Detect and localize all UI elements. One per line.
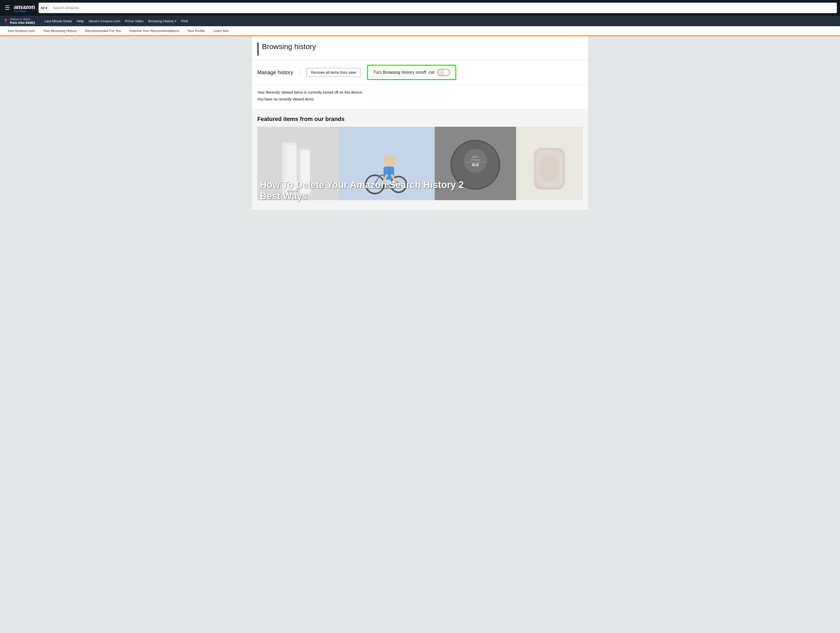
- tab-your-browsing-history[interactable]: Your Browsing History: [39, 26, 81, 35]
- deliver-to-location: Palo Alto 94301: [10, 21, 35, 25]
- status-message-1: Your Recently Viewed Items is currently …: [257, 90, 583, 94]
- svg-point-24: [539, 156, 560, 182]
- search-input[interactable]: [50, 3, 837, 13]
- try-prime-link: Try Prime: [14, 10, 26, 13]
- deliver-to-label: Deliver to Steve: [10, 17, 35, 21]
- hamburger-icon: ☰: [5, 5, 10, 11]
- page-header: Browsing history: [252, 36, 588, 60]
- status-message-2: You have no recently viewed items.: [257, 97, 583, 101]
- product-shape-4: [516, 127, 583, 200]
- tab-improve-recommendations[interactable]: Improve Your Recommendations: [125, 26, 183, 35]
- svg-text:8LB: 8LB: [472, 163, 479, 167]
- hamburger-menu-button[interactable]: ☰: [3, 4, 11, 12]
- toggle-off-label: Off: [429, 70, 434, 75]
- nav-link-steves-amazon[interactable]: Steve's Amazon.com: [88, 19, 120, 23]
- tabs-bar: Your Amazon.com Your Browsing History Re…: [0, 26, 840, 36]
- chevron-down-icon: ▾: [46, 6, 47, 10]
- svg-rect-3: [300, 150, 310, 194]
- svg-text:amazon: amazon: [287, 189, 298, 193]
- browsing-history-nav-item[interactable]: Browsing History ▾: [148, 19, 177, 23]
- svg-text:DAY1: DAY1: [472, 156, 478, 158]
- deliver-to: 📍 Deliver to Steve Palo Alto 94301: [3, 17, 35, 25]
- svg-point-11: [384, 155, 395, 167]
- page-title: Browsing history: [262, 43, 316, 51]
- browsing-history-toggle[interactable]: [437, 69, 450, 76]
- toggle-label: Turn Browsing History on/off: [373, 70, 426, 75]
- svg-text:FITNESS: FITNESS: [471, 159, 480, 161]
- product-image-1: amazon: [257, 127, 339, 200]
- manage-history-label: Manage history: [257, 69, 300, 76]
- product-image-2: [339, 127, 435, 200]
- featured-section-title: Featured items from our brands: [257, 116, 583, 123]
- tab-your-profile[interactable]: Your Profile: [183, 26, 209, 35]
- product-image-4: [516, 127, 583, 200]
- tab-recommended-for-you[interactable]: Recommended For You: [81, 26, 125, 35]
- svg-point-5: [371, 185, 403, 189]
- search-category-dropdown[interactable]: All ▾: [39, 3, 50, 13]
- blue-accent-bar: [257, 43, 259, 56]
- turn-browsing-history-toggle-section: Turn Browsing History on/off Off: [367, 65, 456, 80]
- featured-section: Featured items from our brands amazon: [252, 109, 588, 209]
- product-shape-1: amazon: [257, 127, 339, 200]
- product-shape-3: DAY1 FITNESS 8LB: [435, 127, 516, 200]
- browsing-history-chevron-icon: ▾: [175, 19, 177, 23]
- search-category-label: All: [41, 6, 44, 10]
- top-nav: ☰ amazon Try Prime All ▾: [0, 0, 840, 16]
- product-shape-2: [339, 127, 435, 200]
- nav-link-find[interactable]: Find: [181, 19, 188, 23]
- nav-link-help[interactable]: Help: [77, 19, 84, 23]
- nav-link-prime-video[interactable]: Prime Video: [125, 19, 144, 23]
- svg-point-6: [366, 175, 384, 194]
- nav-link-last-minute-deals[interactable]: Last-Minute Deals: [45, 19, 72, 23]
- toggle-knob: [444, 69, 449, 75]
- amazon-logo[interactable]: amazon Try Prime: [14, 3, 35, 13]
- nav-links: Last-Minute Deals Help Steve's Amazon.co…: [45, 19, 188, 23]
- status-section: Your Recently Viewed Items is currently …: [252, 85, 588, 109]
- location-icon: 📍: [3, 19, 8, 24]
- products-row: amazon: [257, 127, 583, 200]
- main-content: Browsing history Manage history Remove a…: [252, 36, 588, 209]
- tab-your-amazon[interactable]: Your Amazon.com: [3, 26, 39, 35]
- manage-history-row: Manage history Remove all items from vie…: [252, 60, 588, 85]
- nav-link-browsing-history[interactable]: Browsing History: [148, 19, 174, 23]
- tab-learn-more[interactable]: Learn Mor: [209, 26, 233, 35]
- remove-all-items-button[interactable]: Remove all items from view: [306, 68, 361, 77]
- product-image-3: DAY1 FITNESS 8LB: [435, 127, 516, 200]
- svg-rect-1: [286, 145, 297, 192]
- secondary-nav: 📍 Deliver to Steve Palo Alto 94301 Last-…: [0, 16, 840, 26]
- search-bar: All ▾: [39, 3, 837, 13]
